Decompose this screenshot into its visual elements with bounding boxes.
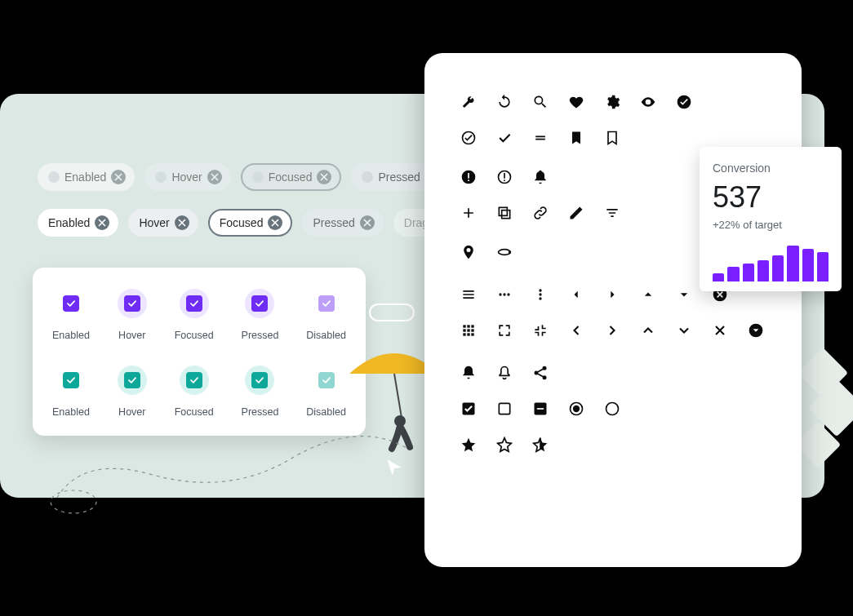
svg-point-2 — [51, 490, 96, 513]
checkbox-checked-icon[interactable] — [186, 295, 202, 312]
arrow-right-small-icon[interactable] — [604, 286, 620, 303]
filter-icon[interactable] — [604, 205, 620, 221]
edit-icon[interactable] — [568, 205, 584, 221]
checkbox-halo — [118, 366, 147, 395]
bookmark-outline-icon[interactable] — [604, 130, 620, 146]
star-outline-icon[interactable] — [496, 437, 513, 453]
icon-gallery-panel — [424, 53, 802, 567]
checkbox-checked-icon[interactable] — [251, 372, 268, 388]
svg-point-33 — [543, 375, 547, 379]
checkbox-row-teal: EnabledHoverFocusedPressedDisabled — [52, 366, 346, 418]
apps-grid-icon[interactable] — [460, 322, 477, 339]
chip-hover[interactable]: Hover — [128, 209, 198, 237]
close-icon[interactable] — [712, 322, 728, 339]
svg-rect-27 — [463, 333, 465, 335]
checkbox-state-pressed: Pressed — [242, 366, 279, 418]
chevron-right-icon[interactable] — [604, 322, 620, 339]
equals-icon[interactable] — [532, 130, 549, 146]
fullscreen-icon[interactable] — [496, 322, 513, 339]
arrow-down-small-icon[interactable] — [676, 286, 692, 303]
svg-rect-9 — [504, 173, 505, 179]
chevron-up-icon[interactable] — [640, 322, 656, 339]
checkbox-checked-icon[interactable] — [318, 372, 335, 388]
checkbox-checked-icon[interactable] — [186, 372, 202, 388]
link-icon[interactable] — [532, 205, 549, 221]
chip-enabled[interactable]: Enabled — [38, 163, 135, 191]
notifications-solid-icon[interactable] — [460, 365, 477, 381]
svg-point-18 — [539, 293, 541, 295]
checkbox-indeterminate-icon[interactable] — [532, 401, 549, 417]
star-filled-icon[interactable] — [460, 437, 477, 453]
chevron-down-icon[interactable] — [676, 322, 692, 339]
chip-label: Enabled — [64, 171, 106, 184]
bookmark-filled-icon[interactable] — [568, 130, 584, 146]
arrow-left-small-icon[interactable] — [568, 286, 584, 303]
chip-focused[interactable]: Focused — [208, 209, 293, 237]
checkbox-checked-icon[interactable] — [63, 372, 79, 388]
checkbox-state-enabled: Enabled — [52, 289, 90, 341]
checkbox-outline-icon[interactable] — [496, 401, 513, 417]
notifications-filled-icon[interactable] — [532, 169, 549, 185]
svg-point-16 — [507, 293, 509, 295]
close-icon[interactable] — [175, 215, 189, 230]
avatar-dot-icon — [362, 171, 373, 183]
more-horiz-icon[interactable] — [496, 286, 513, 303]
eye-icon[interactable] — [640, 94, 656, 110]
menu-icon[interactable] — [460, 286, 477, 303]
checkbox-state-label: Pressed — [242, 330, 279, 341]
more-vert-icon[interactable] — [532, 286, 549, 303]
location-icon[interactable] — [460, 244, 477, 260]
svg-line-0 — [394, 374, 402, 423]
checkbox-checked-icon[interactable] — [251, 295, 268, 312]
settings-icon[interactable] — [604, 94, 620, 110]
error-outline-icon[interactable] — [496, 169, 513, 185]
close-icon[interactable] — [360, 215, 375, 230]
error-filled-icon[interactable] — [460, 169, 477, 185]
search-icon[interactable] — [532, 94, 549, 110]
checkbox-checked-icon[interactable] — [124, 372, 140, 388]
heart-icon[interactable] — [568, 94, 584, 110]
close-icon[interactable] — [207, 170, 222, 184]
checkbox-halo — [180, 366, 209, 395]
checkbox-state-label: Hover — [118, 406, 145, 418]
close-icon[interactable] — [317, 170, 331, 184]
svg-rect-10 — [504, 179, 505, 181]
checkbox-checked-icon[interactable] — [460, 401, 477, 417]
arrow-drop-circle-icon[interactable] — [748, 322, 764, 339]
chart-bar — [713, 273, 724, 281]
close-icon[interactable] — [268, 215, 282, 230]
copy-icon[interactable] — [496, 205, 513, 221]
notifications-outline-icon[interactable] — [496, 365, 513, 381]
cursor-icon — [384, 457, 405, 478]
wrench-icon[interactable] — [460, 94, 477, 110]
chip-label: Focused — [220, 216, 264, 229]
refresh-icon[interactable] — [496, 94, 513, 110]
chart-bar — [757, 260, 769, 281]
check-icon[interactable] — [496, 130, 513, 146]
share-icon[interactable] — [532, 365, 549, 381]
chevron-left-icon[interactable] — [568, 322, 584, 339]
checkbox-state-hover: Hover — [118, 366, 147, 418]
arrow-up-small-icon[interactable] — [640, 286, 656, 303]
checkbox-checked-icon[interactable] — [318, 295, 335, 312]
radio-unchecked-icon[interactable] — [604, 401, 620, 417]
plus-icon[interactable] — [460, 205, 477, 221]
fullscreen-exit-icon[interactable] — [532, 322, 549, 339]
stat-value: 537 — [713, 183, 829, 212]
checkbox-state-enabled: Enabled — [52, 366, 90, 418]
stat-subtext: +22% of target — [713, 219, 829, 231]
rotate-360-icon[interactable] — [496, 244, 513, 260]
chip-pressed[interactable]: Pressed — [302, 209, 383, 237]
close-icon[interactable] — [95, 215, 109, 230]
checkbox-checked-icon[interactable] — [63, 295, 79, 312]
close-icon[interactable] — [111, 170, 126, 184]
radio-checked-icon[interactable] — [568, 401, 584, 417]
chip-focused[interactable]: Focused — [241, 163, 342, 191]
check-circle-outline-icon[interactable] — [460, 130, 477, 146]
check-circle-filled-icon[interactable] — [676, 94, 692, 110]
svg-rect-37 — [537, 408, 544, 410]
chip-hover[interactable]: Hover — [144, 163, 230, 191]
checkbox-checked-icon[interactable] — [124, 295, 140, 312]
star-half-icon[interactable] — [532, 437, 549, 453]
chip-enabled[interactable]: Enabled — [38, 209, 118, 237]
